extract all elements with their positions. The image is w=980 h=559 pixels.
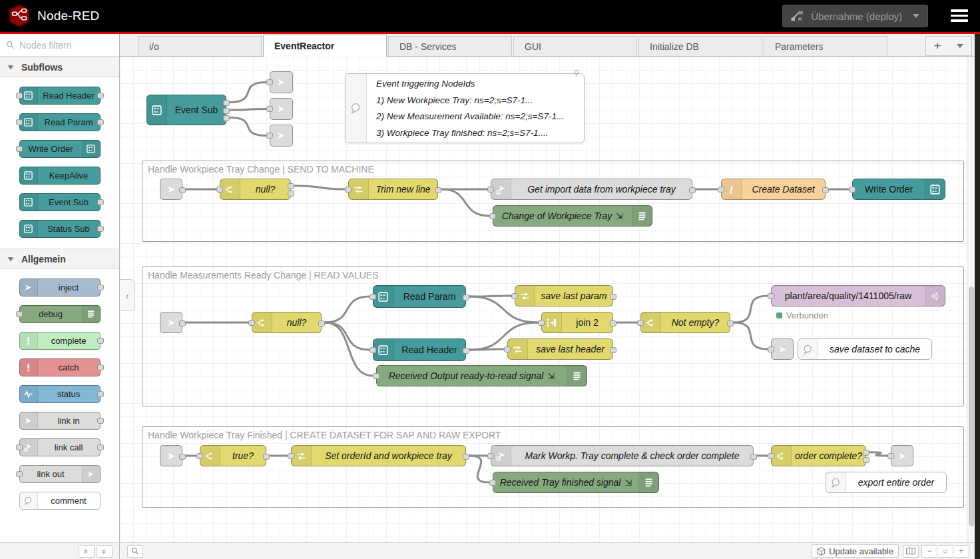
input-port[interactable] <box>266 106 273 112</box>
output-port[interactable] <box>727 320 734 326</box>
flow-node-link-out-3[interactable] <box>891 445 913 466</box>
flow-node-switch-true[interactable]: true? <box>200 445 266 466</box>
palette-node-inject[interactable]: inject <box>19 279 101 296</box>
flow-node-change-saveparam[interactable]: save last param <box>515 285 613 306</box>
flow-node-subflow-readheader[interactable]: Read Header <box>373 338 466 361</box>
input-port[interactable] <box>849 187 856 193</box>
flow-node-debug-change[interactable]: Change of Workpiece Tray⇲ <box>493 205 652 227</box>
palette-node-read-param[interactable]: Read Param <box>19 113 101 131</box>
flow-node-link-out-2[interactable] <box>771 338 794 360</box>
flow-node-subflow-readparam[interactable]: Read Param <box>373 285 466 308</box>
palette-search-input[interactable]: Nodes filtern <box>0 34 119 57</box>
flow-node-change-setorder[interactable]: Set orderId and workpiece tray <box>291 445 466 466</box>
output-port[interactable] <box>97 364 104 370</box>
input-port[interactable] <box>16 471 23 477</box>
palette-node-keepalive[interactable]: KeepAlive <box>19 167 101 185</box>
input-port[interactable] <box>489 213 496 219</box>
palette-node-status[interactable]: status <box>19 385 101 403</box>
canvas-search-button[interactable] <box>127 545 143 558</box>
flow-group-3[interactable]: Handle Workpiece Tray Finished | CREATE … <box>142 426 964 508</box>
output-port[interactable] <box>179 187 186 193</box>
input-port[interactable] <box>489 480 496 486</box>
zoom-in-button[interactable]: + <box>953 545 969 558</box>
output-port[interactable] <box>263 454 270 460</box>
flow-node-linkcall-import[interactable]: Get import data from workpiece tray <box>491 179 692 200</box>
input-port[interactable] <box>487 187 494 193</box>
output-port[interactable] <box>97 226 104 232</box>
vertical-scrollbar[interactable] <box>967 57 975 542</box>
flow-node-change-saveheader[interactable]: save last header <box>507 338 613 360</box>
output-port[interactable] <box>97 418 104 424</box>
zoom-reset-button[interactable]: ○ <box>937 545 953 558</box>
input-port[interactable] <box>16 444 23 450</box>
hamburger-menu-icon[interactable] <box>951 9 968 25</box>
output-port[interactable] <box>97 444 104 450</box>
palette-node-link-in[interactable]: link in <box>19 412 101 430</box>
tab-gui[interactable]: GUI <box>513 36 637 56</box>
flow-node-join-2[interactable]: join 2 <box>541 312 613 333</box>
flow-node-switch-null-1[interactable]: null? <box>220 179 291 200</box>
flow-node-debug-ready[interactable]: Received Output ready-to-read signal⇲ <box>376 365 587 386</box>
input-port[interactable] <box>288 453 294 459</box>
output-port[interactable] <box>610 320 616 326</box>
info-comment-box[interactable]: Event triggering NodeIds1) New Workpiece… <box>345 73 585 143</box>
output-port[interactable] <box>97 284 104 290</box>
input-port[interactable] <box>248 320 255 326</box>
flow-node-link-top-2[interactable] <box>270 98 293 120</box>
tab-parameters[interactable]: Parameters <box>764 36 887 56</box>
flow-node-comment-cache[interactable]: save dataset to cache <box>798 338 932 360</box>
flow-group-1[interactable]: Handle Workpiece Tray Change | SEND TO M… <box>142 161 964 242</box>
palette-node-write-order[interactable]: Write Order <box>19 140 101 158</box>
input-port[interactable] <box>369 347 376 353</box>
output-port[interactable] <box>463 454 469 460</box>
palette-node-link-call[interactable]: link call <box>19 438 101 456</box>
input-port[interactable] <box>718 187 724 193</box>
category-header-allgemein[interactable]: ▼Allgemein <box>0 249 119 269</box>
flow-node-func-create[interactable]: fCreate Dataset <box>721 179 826 200</box>
palette-node-catch[interactable]: catch <box>19 358 101 376</box>
output-port[interactable] <box>863 457 869 463</box>
output-port[interactable] <box>435 187 441 193</box>
palette-node-event-sub[interactable]: Event Sub <box>19 193 101 211</box>
deploy-button[interactable]: Übernahme (deploy) <box>782 5 928 27</box>
input-port[interactable] <box>768 293 774 299</box>
output-port[interactable] <box>750 454 757 460</box>
input-port[interactable] <box>216 187 223 193</box>
output-port[interactable] <box>97 391 104 397</box>
scrollbar-thumb[interactable] <box>969 286 974 526</box>
input-port[interactable] <box>768 346 774 352</box>
input-port[interactable] <box>511 293 518 299</box>
palette-collapse-all-button[interactable]: « <box>79 545 95 558</box>
palette-node-comment[interactable]: comment <box>19 492 101 510</box>
flow-node-switch-null-2[interactable]: null? <box>252 312 322 333</box>
flow-node-comment-export[interactable]: export entire order <box>826 472 947 493</box>
input-port[interactable] <box>887 453 894 459</box>
category-header-subflows[interactable]: ▼Subflows <box>0 57 119 77</box>
output-port[interactable] <box>97 199 104 205</box>
output-port[interactable] <box>97 93 104 99</box>
flow-list-button[interactable] <box>949 44 971 48</box>
output-port[interactable] <box>463 348 469 354</box>
output-port[interactable] <box>179 454 186 460</box>
add-flow-button[interactable]: + <box>926 37 949 55</box>
output-port[interactable] <box>822 187 829 193</box>
input-port[interactable] <box>16 311 23 317</box>
palette-node-status-sub[interactable]: Status Sub <box>19 220 101 238</box>
input-port[interactable] <box>266 133 273 139</box>
deploy-caret-icon[interactable] <box>913 14 919 18</box>
output-port[interactable] <box>610 347 616 353</box>
output-port[interactable] <box>223 108 230 114</box>
input-port[interactable] <box>504 346 511 352</box>
flow-canvas[interactable]: ‹ Handle Workpiece Tray Change | SEND TO… <box>120 57 967 542</box>
input-port[interactable] <box>538 320 545 326</box>
input-port[interactable] <box>16 119 23 125</box>
update-available-button[interactable]: Update available <box>812 544 899 558</box>
flow-node-change-trim[interactable]: Trim new line <box>348 179 438 200</box>
palette-collapse-handle[interactable]: ‹ <box>120 279 135 311</box>
flow-node-mqtt-out[interactable]: plant/area/quality/1411005/raw <box>771 285 945 306</box>
palette-node-read-header[interactable]: Read Header <box>19 87 101 105</box>
tab-db-services[interactable]: DB - Services <box>388 36 512 56</box>
debug-active-indicator-icon[interactable]: ⇲ <box>624 478 632 488</box>
pin-icon[interactable] <box>572 69 581 81</box>
input-port[interactable] <box>196 453 203 459</box>
